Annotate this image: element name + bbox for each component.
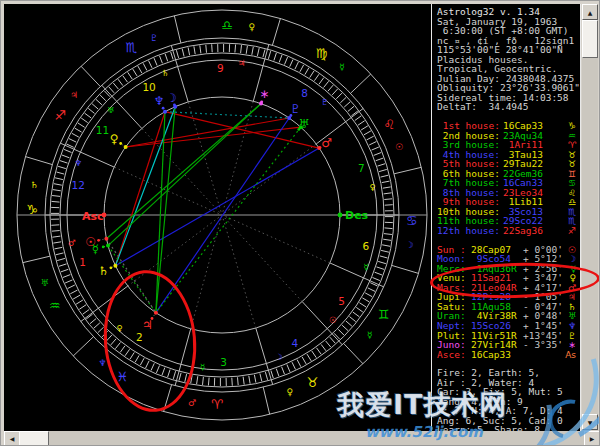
svg-text:∗: ∗ [259, 87, 269, 101]
svg-text:☽: ☽ [275, 352, 283, 362]
svg-text:☿: ☿ [339, 62, 345, 72]
scroll-down-button[interactable]: ▼ [582, 414, 598, 430]
svg-text:♃: ♃ [238, 58, 246, 68]
svg-text:♒: ♒ [49, 298, 61, 313]
vertical-scrollbar[interactable]: ▲ ▼ [582, 4, 598, 430]
svg-text:♊: ♊ [378, 307, 390, 322]
svg-text:♆: ♆ [98, 358, 106, 368]
svg-text:♅: ♅ [299, 117, 310, 131]
svg-text:♃: ♃ [70, 90, 78, 100]
descendant-label: Des [345, 209, 368, 222]
header-line: DeltaT: 34.4945 [437, 102, 580, 112]
svg-text:8: 8 [301, 87, 308, 99]
planet-latitude-value: - 3°35' [517, 340, 563, 350]
svg-text:☉: ☉ [329, 315, 337, 325]
house-cusp-value: 22Sag36 [501, 226, 543, 236]
svg-text:♋: ♋ [406, 213, 418, 228]
planet-position-value: 16Cap33 [469, 350, 511, 360]
svg-text:♄: ♄ [161, 68, 169, 78]
svg-text:♇: ♇ [150, 33, 158, 43]
svg-text:☿: ☿ [363, 262, 368, 272]
svg-text:☽: ☽ [166, 91, 177, 105]
svg-text:♄: ♄ [30, 180, 38, 190]
svg-text:♀: ♀ [110, 132, 119, 146]
svg-text:11: 11 [96, 124, 109, 136]
svg-text:5: 5 [338, 295, 345, 307]
scroll-up-button[interactable]: ▲ [582, 4, 598, 20]
scroll-left-button[interactable]: ◀ [4, 431, 20, 446]
horizontal-scroll-thumb[interactable] [19, 431, 49, 446]
vertical-scroll-thumb[interactable] [582, 20, 598, 58]
scroll-right-button[interactable]: ▶ [584, 431, 600, 446]
svg-text:☉: ☉ [395, 142, 403, 152]
svg-text:♌: ♌ [383, 117, 395, 132]
svg-text:♂: ♂ [68, 238, 76, 248]
svg-text:♀: ♀ [249, 22, 256, 32]
svg-text:♍: ♍ [316, 46, 328, 61]
svg-text:1: 1 [79, 256, 86, 268]
svg-text:♄: ♄ [98, 264, 109, 278]
planet-position-list: Sun :28Cap07+ 0°00'☉Moon: 9Sco54+ 5°12'☽… [437, 245, 580, 360]
chart-canvas: ♈♂♉♀♊☿♋☽♌☉♍☿♎♀♏♇♐♃♑♄♒♅♓♆1♂2♀3☿4☽5☉6☿7♀8♇… [4, 4, 431, 431]
svg-text:♉: ♉ [307, 375, 319, 390]
svg-text:☿: ☿ [367, 330, 373, 340]
svg-text:♆: ♆ [74, 158, 82, 168]
svg-text:♂: ♂ [188, 398, 196, 408]
svg-text:♀: ♀ [287, 387, 294, 397]
planet-label: Asce: [437, 350, 469, 360]
house-cusp-list: 1st house:16Cap33♑ 2nd house:23Aqu34♒ 3r… [437, 121, 580, 236]
scroll-down-icon: ▼ [588, 419, 593, 426]
scroll-right-icon: ▶ [590, 435, 595, 442]
planet-row: Asce:16Cap33As [437, 350, 580, 360]
svg-text:4: 4 [292, 337, 299, 349]
house-row: 12th house:22Sag36♐ [437, 226, 580, 236]
svg-text:☿: ☿ [200, 362, 205, 372]
svg-text:6: 6 [362, 240, 369, 252]
svg-text:10: 10 [142, 81, 155, 93]
svg-text:♐: ♐ [54, 108, 66, 123]
svg-text:3: 3 [220, 356, 227, 368]
svg-text:♇: ♇ [290, 102, 301, 116]
ascendant-label: Asc [82, 210, 104, 223]
svg-text:♅: ♅ [41, 278, 49, 288]
svg-text:♎: ♎ [221, 18, 233, 33]
svg-text:♇: ♇ [321, 97, 329, 107]
chart-header-block: Astrolog32 v. 1.34Sat, January 19, 1963 … [437, 7, 580, 112]
svg-text:♀: ♀ [369, 182, 375, 192]
scroll-up-icon: ▲ [588, 9, 593, 16]
svg-text:♑: ♑ [26, 202, 38, 217]
astrolog-window: { "panel": { "header_lines": [ "Astrolog… [0, 0, 600, 446]
element-stats-block: Fire: 2, Earth: 5,Air : 2, Water: 4Car: … [437, 368, 580, 431]
svg-text:♂: ♂ [321, 136, 332, 150]
planet-glyph-icon: As [565, 351, 580, 361]
svg-text:7: 7 [358, 162, 365, 174]
svg-text:♏: ♏ [126, 40, 138, 55]
svg-text:☽: ☽ [406, 240, 414, 250]
svg-text:♅: ♅ [107, 105, 115, 115]
svg-text:☿: ☿ [92, 242, 99, 256]
house-label: 12th house: [437, 226, 501, 236]
info-panel: Astrolog32 v. 1.34Sat, January 19, 1963 … [431, 4, 581, 431]
svg-text:9: 9 [217, 62, 224, 74]
scroll-left-icon: ◀ [10, 435, 15, 442]
horizontal-scrollbar[interactable]: ◀ ▶ [4, 431, 598, 446]
svg-text:♆: ♆ [154, 94, 165, 108]
house-sign-icon: ♐ [568, 227, 580, 237]
svg-text:♈: ♈ [211, 397, 223, 412]
svg-text:12: 12 [72, 179, 85, 191]
